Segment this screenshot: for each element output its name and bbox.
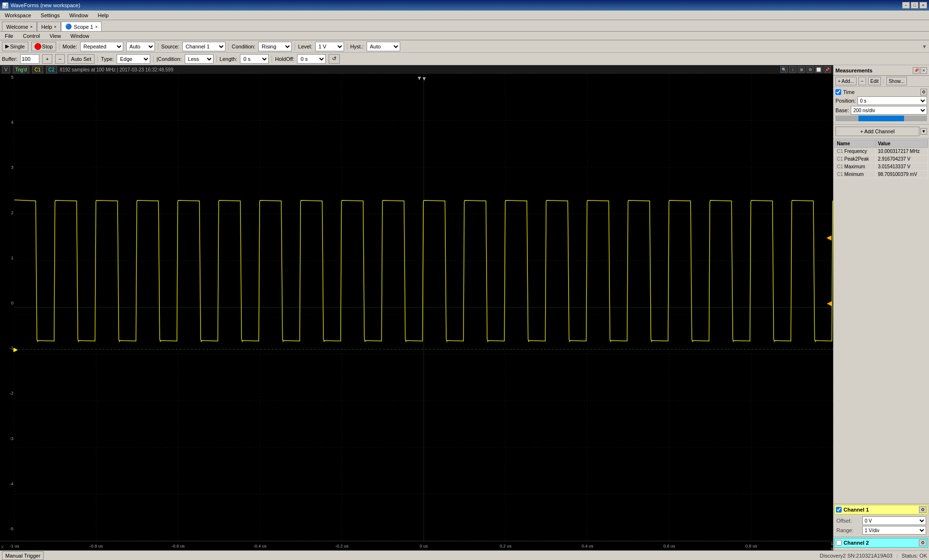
manual-trigger-button[interactable]: Manual Trigger <box>2 551 44 560</box>
x-label-n04us: -0.4 us <box>253 544 267 548</box>
y-label-5: 5 <box>0 75 14 80</box>
divider-1 <box>59 43 60 50</box>
tab-help-close[interactable]: × <box>54 24 57 29</box>
y-label-1: 1 <box>0 256 14 260</box>
source-select[interactable]: Channel 1 <box>182 42 226 51</box>
secondary-menu: File Control View Window <box>0 32 929 40</box>
single-button[interactable]: ▶ Single <box>2 42 28 51</box>
oscilloscope-waveform[interactable] <box>0 74 833 541</box>
pin-icon[interactable]: 📌 <box>823 66 831 73</box>
y-label-2: 2 <box>0 210 14 215</box>
add-channel-button[interactable]: + Add Channel <box>835 127 919 136</box>
refresh-button[interactable]: ↺ <box>329 54 340 64</box>
scope-canvas[interactable]: 5 4 3 2 1 0 -1 -2 -3 -4 -5 ◀ ▼ <box>0 74 833 541</box>
settings-icon[interactable]: ⚙ <box>806 66 814 73</box>
cursor-icon[interactable]: ↕ <box>789 66 797 73</box>
tab-welcome-close[interactable]: × <box>30 24 33 29</box>
plus-button[interactable]: + <box>42 54 52 64</box>
buffer-input[interactable] <box>20 54 39 64</box>
divider-3 <box>228 43 229 50</box>
sec-menu-file[interactable]: File <box>2 32 16 40</box>
channel1-label: Channel 1 <box>844 507 917 513</box>
auto-select[interactable]: Auto <box>126 42 155 51</box>
channel1-checkbox[interactable] <box>836 507 842 513</box>
menu-window[interactable]: Window <box>67 12 91 19</box>
v-badge: V <box>2 66 10 73</box>
sec-menu-window[interactable]: Window <box>68 32 92 40</box>
maximize-button[interactable]: □ <box>911 2 918 9</box>
panel-pin-button[interactable]: 📌 <box>913 67 919 74</box>
sec-menu-view[interactable]: View <box>47 32 64 40</box>
add-channel-dropdown[interactable]: ▼ <box>920 128 927 135</box>
hyst-select[interactable]: Auto <box>367 42 400 51</box>
time-bar[interactable] <box>835 116 927 121</box>
range-select[interactable]: 1 V/div <box>862 526 926 535</box>
divider-7 <box>153 56 154 62</box>
show-measurement-button[interactable]: Show... <box>886 77 907 85</box>
stop-icon <box>35 43 41 50</box>
divider-6 <box>97 56 98 62</box>
divider-8 <box>216 56 217 62</box>
type-label: Type: <box>101 56 114 62</box>
offset-select[interactable]: 0 V <box>862 516 926 525</box>
add-channel-icon: + <box>860 128 863 134</box>
base-select[interactable]: 200 ns/div <box>851 106 927 115</box>
time-settings-button[interactable]: ⚙ <box>920 89 927 95</box>
level-label: Level: <box>298 44 312 49</box>
y-label-0: 0 <box>0 301 14 305</box>
buffer-label: Buffer: <box>2 56 17 62</box>
minus-button[interactable]: − <box>55 54 65 64</box>
tab-scope-close[interactable]: × <box>95 24 97 29</box>
tab-welcome[interactable]: Welcome × <box>2 22 37 31</box>
channel2-checkbox[interactable] <box>836 540 842 546</box>
holdoff-select[interactable]: 0 s <box>297 54 326 64</box>
lcondition-select[interactable]: Less <box>185 54 214 64</box>
add-measurement-button[interactable]: + Add... <box>835 77 857 85</box>
close-button[interactable]: × <box>919 2 927 9</box>
zoom-icon[interactable]: 🔍 <box>780 66 788 73</box>
x-label-1us: 1 us <box>831 541 835 551</box>
channel1-section: Channel 1 ⚙ Offset: 0 V Range: 1 V/div <box>834 503 929 537</box>
channel2-settings-button[interactable]: ⚙ <box>919 539 927 546</box>
time-checkbox[interactable] <box>835 89 841 95</box>
channel1-settings-button[interactable]: ⚙ <box>919 506 927 513</box>
time-row: Time ⚙ <box>835 89 927 95</box>
stop-button[interactable]: Stop <box>31 42 57 51</box>
edit-measurement-button[interactable]: Edit <box>868 77 881 85</box>
status-left: Manual Trigger <box>2 551 44 560</box>
menu-workspace[interactable]: Workspace <box>2 12 34 19</box>
x-label-06us: 0.6 us <box>664 544 676 548</box>
grid-icon[interactable]: ⊞ <box>798 66 805 73</box>
minimize-button[interactable]: − <box>902 2 910 9</box>
length-select[interactable]: 0 s <box>240 54 269 64</box>
range-row: Range: 1 V/div <box>834 526 928 535</box>
tab-scope[interactable]: 🔵 Scope 1 × <box>61 22 102 31</box>
meas-value-3: 3.015413337 V <box>876 163 928 171</box>
trig-badge[interactable]: Trig'd <box>13 66 29 73</box>
trigger-level-arrow: ◀ <box>827 74 832 532</box>
condition-select[interactable]: Rising <box>258 42 292 51</box>
autoset-button[interactable]: Auto Set <box>68 54 95 64</box>
expand-icon[interactable]: ⬜ <box>815 66 822 73</box>
menu-help[interactable]: Help <box>95 12 112 19</box>
time-bar-fill <box>858 116 905 121</box>
sec-menu-control[interactable]: Control <box>20 32 43 40</box>
remove-measurement-button[interactable]: − <box>858 77 866 85</box>
single-icon: ▶ <box>5 43 9 49</box>
c2-badge[interactable]: C2 <box>46 66 57 73</box>
panel-close-button[interactable]: × <box>920 67 927 74</box>
window-controls: − □ × <box>902 2 927 9</box>
y-label-4: 4 <box>0 120 14 125</box>
tab-help[interactable]: Help × <box>37 22 61 31</box>
menu-settings[interactable]: Settings <box>38 12 63 19</box>
c1-badge[interactable]: C1 <box>32 66 43 73</box>
offset-row: Offset: 0 V <box>834 516 928 525</box>
position-select[interactable]: 0 s <box>858 96 927 105</box>
add-channel-row: + Add Channel ▼ <box>834 125 929 139</box>
mode-select[interactable]: Repeated <box>80 42 123 51</box>
level-select[interactable]: 1 V <box>315 42 344 51</box>
table-row: C1 Minimum 98.709100379 mV <box>835 171 928 178</box>
type-select[interactable]: Edge <box>117 54 150 64</box>
source-label: Source: <box>161 44 179 49</box>
measurements-table: Name Value C1 Frequency 10.000317217 MHz… <box>834 140 928 178</box>
